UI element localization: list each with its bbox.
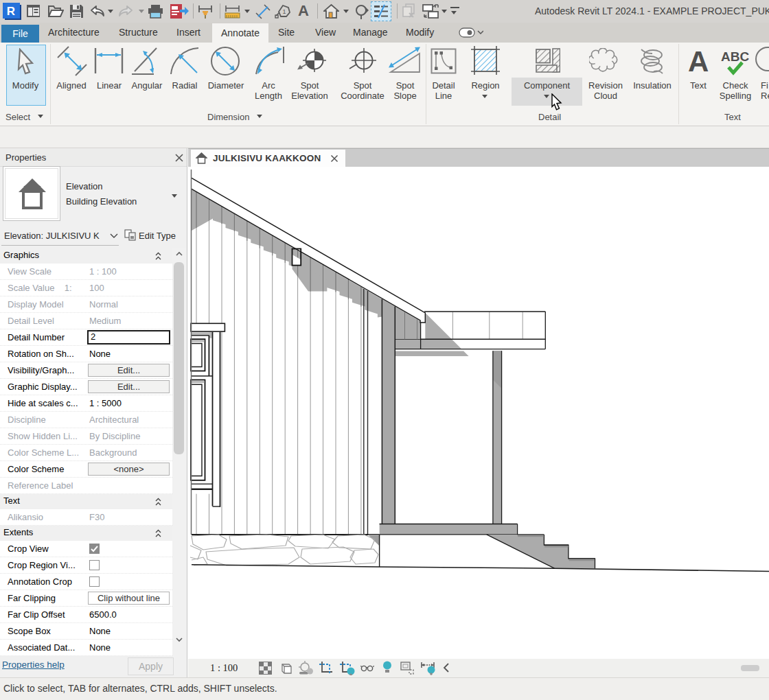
svg-text:R: R bbox=[7, 5, 15, 18]
svg-text:1: 1 bbox=[282, 8, 286, 15]
